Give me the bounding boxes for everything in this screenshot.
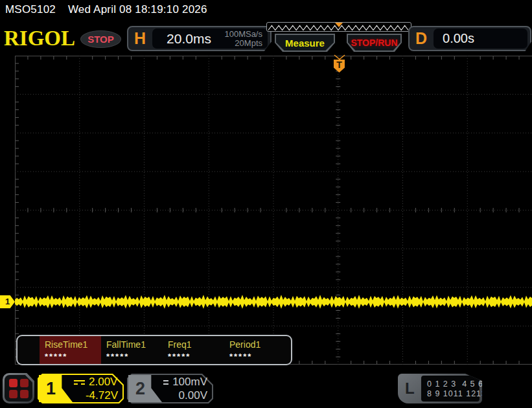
datetime: Wed April 08 18:19:10 2026 (68, 3, 207, 16)
delay-value: 0.00s (434, 31, 474, 46)
rigol-logo: RIGOL (4, 27, 75, 51)
dc-coupling-icon (74, 380, 85, 385)
logic-analyzer-badge[interactable]: L 0 1 2 3 4 5 6 7 8 9 1011 12131415 (398, 374, 482, 403)
measurement-panel: RiseTime1 ***** FallTime1 ***** Freq1 **… (16, 335, 292, 365)
overview-trigger-position-icon[interactable] (335, 23, 343, 27)
menu-grid-icon (5, 375, 32, 402)
channel2-scale: 100mV (172, 376, 207, 389)
measurement-risetime[interactable]: RiseTime1 ***** (40, 336, 101, 364)
logic-label: L (398, 374, 421, 403)
channel1-offset: -4.72V (74, 389, 118, 402)
channel2-offset: 0.00V (163, 389, 207, 402)
logic-channel-numbers: 0 1 2 3 4 5 6 7 8 9 1011 12131415 (421, 376, 480, 402)
channel1-trace (15, 291, 532, 312)
trigger-hollow-arrow-icon (332, 54, 347, 60)
h-label: H (128, 29, 152, 48)
trigger-delay-panel[interactable]: D 0.00s (408, 26, 531, 51)
bottom-bar: 1 2.00V -4.72V 2 100mV 0.00V L 0 1 2 3 4… (0, 369, 532, 408)
channel1-badge[interactable]: 1 2.00V -4.72V (38, 374, 124, 403)
channel1-level-marker[interactable]: 1 (0, 295, 15, 308)
memory-depth: 20Mpts (224, 39, 262, 48)
model-name: MSO5102 (5, 3, 56, 16)
timebase-value: 20.0ms (152, 31, 224, 47)
measure-button[interactable]: Measure (275, 34, 335, 52)
stop-run-button[interactable]: STOP/RUN (347, 34, 402, 52)
sample-rate: 100MSa/s (224, 30, 262, 39)
acquisition-status-badge: STOP (80, 30, 121, 48)
graticule (15, 56, 532, 365)
d-label: D (410, 29, 434, 48)
sample-rate-depth: 100MSa/s 20Mpts (224, 30, 268, 47)
waveform-overview-strip[interactable] (266, 22, 411, 32)
dc-coupling-icon (163, 380, 168, 385)
channel2-badge[interactable]: 2 100mV 0.00V (127, 374, 213, 403)
measurement-period[interactable]: Period1 ***** (224, 336, 286, 364)
status-bar: MSO5102 Wed April 08 18:19:10 2026 (0, 0, 532, 19)
measurement-freq[interactable]: Freq1 ***** (163, 336, 224, 364)
horizontal-timebase-panel[interactable]: H 20.0ms 100MSa/s 20Mpts (127, 26, 272, 51)
menu-grid-button[interactable] (3, 373, 34, 403)
channel1-scale: 2.00V (89, 376, 117, 389)
measurement-falltime[interactable]: FallTime1 ***** (101, 336, 163, 364)
